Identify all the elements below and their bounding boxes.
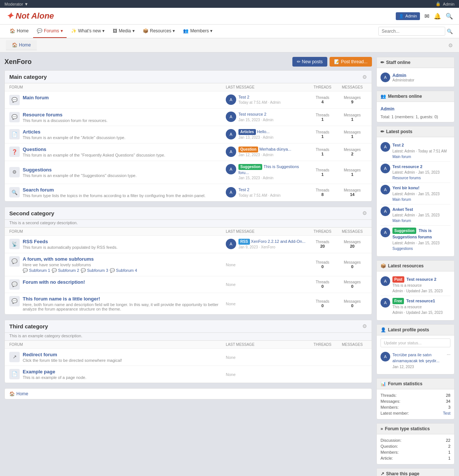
profile-post-text[interactable]: Tecrübe para ile satın alınamayacak tek … — [392, 352, 444, 364]
share-block: ↗ Share this page f t r p T W ✉ 🔗 — [376, 468, 455, 476]
forum-info-0-0: 💬 Main forum — [9, 95, 226, 105]
admin-button[interactable]: 👤 Admin — [396, 12, 420, 20]
post-thread-button[interactable]: 📝 Post thread... — [330, 57, 372, 67]
type-stat-label-2: Members: — [381, 450, 399, 454]
forum-name-0-2[interactable]: Articles — [23, 129, 125, 135]
header: ✦ Not Alone 👤 Admin ✉ 🔔 🔍 — [0, 8, 459, 25]
forum-name-0-4[interactable]: Suggestions — [23, 167, 137, 173]
type-stat-row-1: Question: 2 — [381, 443, 450, 449]
forum-messages-cell-1-0: Messages20 — [337, 240, 367, 248]
forum-name-0-0[interactable]: Main forum — [23, 95, 49, 100]
staff-name[interactable]: Admin — [392, 73, 414, 78]
nav-home[interactable]: 🏠 Home — [6, 25, 32, 38]
lp-title-3[interactable]: Anket Test — [392, 206, 440, 213]
forum-type-statistics-title: » Forum type statistics — [377, 424, 454, 434]
share-title: ↗ Share this page — [377, 469, 454, 476]
last-msg-date-1-0: Jan 9, 2023 · XenForo — [238, 245, 305, 250]
lp-title-4[interactable]: Suggestion This is Suggestions forums — [392, 228, 450, 240]
nav-media[interactable]: 🖼 Media ▾ — [109, 25, 138, 38]
lp-title-2[interactable]: Yeni bir konu! — [392, 185, 440, 191]
latest-resources-block: 📦 Latest resources A Post Test resource … — [376, 260, 455, 321]
resources-nav-icon: 📦 — [143, 28, 148, 33]
search-header-icon[interactable]: 🔍 — [446, 13, 453, 20]
subforum-link[interactable]: 💬 Subforum 2 — [52, 268, 79, 273]
last-message-0-0: A Test 2 Today at 7:51 AM · Admin — [226, 94, 308, 105]
res-title-0[interactable]: Test resource 2 — [407, 277, 437, 282]
forum-statistics-block: 📊 Forum statistics Threads: 28 Messages:… — [376, 378, 455, 419]
category-block-1: Second category ⚙ This is a second categ… — [4, 207, 372, 315]
nav-forums[interactable]: 💬 Forums ▾ — [33, 25, 67, 38]
lp-content-3: Anket Test Latest: Admin · Jan 15, 2023 … — [392, 206, 440, 224]
nav-whatsnew[interactable]: ✨ What's new ▾ — [67, 25, 109, 38]
search-input[interactable] — [378, 27, 445, 36]
admin-label-topbar[interactable]: Admin — [443, 2, 455, 6]
category-desc-2: This is an example category description. — [5, 333, 372, 341]
forum-name-2-1[interactable]: Example page — [23, 369, 86, 374]
logo[interactable]: ✦ Not Alone — [6, 11, 54, 21]
forum-messages-cell-0-2: Messages1 — [337, 130, 367, 139]
res-title-1[interactable]: Test resource1 — [406, 299, 435, 303]
forum-name-0-1[interactable]: Resource forums — [23, 112, 107, 118]
lock-icon: 🔒 — [436, 1, 441, 6]
breadcrumb-home[interactable]: Home — [19, 42, 31, 48]
status-update-box[interactable]: Update your status... — [381, 338, 450, 347]
last-msg-title-0-5[interactable]: Test 2 — [238, 187, 249, 192]
forum-threads-cell-0-4: Threads1 — [308, 168, 337, 177]
subforum-link[interactable]: 💬 Subforum 4 — [110, 268, 137, 273]
last-msg-title-0-1[interactable]: Test resource 2 — [238, 112, 266, 116]
last-msg-avatar-0-3: A — [226, 147, 236, 157]
forum-name-1-2[interactable]: Forum with no description! — [23, 279, 85, 285]
lp-forum-1[interactable]: Resource forums — [392, 175, 440, 181]
breadcrumb-gear-button[interactable]: ⚙ — [448, 42, 453, 48]
forum-name-2-0[interactable]: Redirect forum — [23, 352, 122, 357]
nav-members[interactable]: 👥 Members ▾ — [179, 25, 216, 38]
online-member-name[interactable]: Admin — [381, 106, 394, 112]
forum-name-0-5[interactable]: Search forum — [23, 187, 206, 193]
category-desc-1: This is a second category description. — [5, 220, 372, 228]
forum-name-0-3[interactable]: Questions — [23, 147, 165, 152]
lp-forum-3[interactable]: Main forum — [392, 218, 440, 223]
res-content-0: Post Test resource 2 This is a resource … — [392, 276, 443, 294]
forum-type-statistics-block: » Forum type statistics Discussion: 22 Q… — [376, 423, 455, 464]
last-msg-title-1-0[interactable]: XenForo 2.2.12 and Add-On... — [251, 239, 306, 244]
nav-search-area: 🔍 — [378, 27, 453, 36]
subforum-link[interactable]: 💬 Subforum 3 — [81, 268, 108, 273]
lp-forum-0[interactable]: Main forum — [392, 154, 447, 160]
forum-name-1-1[interactable]: A forum, with some subforums — [23, 256, 137, 262]
lp-forum-4[interactable]: Suggestions — [392, 246, 450, 251]
forum-messages-cell-0-5: Messages14 — [337, 188, 367, 197]
latest-member-link[interactable]: Test — [443, 411, 450, 415]
category-gear-button-0[interactable]: ⚙ — [362, 74, 367, 80]
forum-icon-0-0: 💬 — [9, 95, 20, 105]
lp-title-0[interactable]: Test 2 — [392, 142, 447, 148]
search-button[interactable]: 🔍 — [447, 29, 453, 34]
last-msg-avatar-0-2: A — [226, 129, 236, 139]
nav-resources[interactable]: 📦 Resources ▾ — [139, 25, 179, 38]
forum-name-1-3[interactable]: This forum name is a little longer! — [23, 296, 226, 302]
forum-info-1-1: 💬 A forum, with some subforums Here we h… — [9, 256, 226, 273]
forum-table-header-2: FORUM LAST MESSAGE THREADS MESSAGES — [5, 341, 372, 349]
staff-info: Admin Administrator — [392, 73, 414, 82]
category-gear-button-1[interactable]: ⚙ — [362, 210, 367, 216]
last-msg-title-0-0[interactable]: Test 2 — [238, 95, 249, 99]
category-gear-button-2[interactable]: ⚙ — [362, 323, 367, 329]
res-info-1: Admin · Updated Jan 15, 2023 — [392, 310, 443, 315]
last-msg-title-0-2[interactable]: Hello... — [257, 129, 270, 134]
new-posts-button[interactable]: ✏ New posts — [292, 57, 327, 67]
lp-title-1[interactable]: Test resource 2 — [392, 164, 440, 170]
forum-icon-1-3: 💬 — [9, 296, 20, 306]
subforum-link[interactable]: 💬 Subforum 1 — [23, 268, 50, 273]
moderator-label[interactable]: Moderator ▼ — [4, 2, 28, 6]
resource-item-0: A Post Test resource 2 This is a resourc… — [381, 274, 450, 296]
forum-name-1-0[interactable]: RSS Feeds — [23, 239, 118, 244]
breadcrumb-bottom-home[interactable]: Home — [16, 391, 28, 396]
forum-info-0-1: 💬 Resource forums This forum is a discus… — [9, 112, 226, 123]
profile-post-more-icon[interactable]: ··· — [447, 352, 450, 357]
resource-item-1: A Free Test resource1 This is a resource… — [381, 296, 450, 317]
mail-icon[interactable]: ✉ — [424, 13, 429, 20]
bell-icon[interactable]: 🔔 — [434, 13, 441, 20]
lp-forum-2[interactable]: Main forum — [392, 197, 440, 202]
lp-info-3: Latest: Admin · Jan 15, 2023 — [392, 212, 440, 218]
stat-row-0: Threads: 28 — [381, 392, 450, 398]
last-msg-title-0-3[interactable]: Merhaba dünya... — [259, 147, 291, 151]
